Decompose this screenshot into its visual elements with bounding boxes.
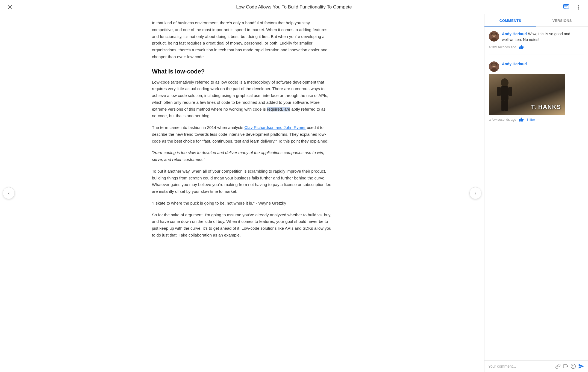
svg-rect-14 <box>491 33 497 36</box>
svg-rect-23 <box>501 86 508 100</box>
paragraph-4: To put it another way, when all of your … <box>152 168 332 195</box>
main-layout: ‹ › In that kind of business environment… <box>0 14 588 372</box>
highlighted-text: required, are <box>267 107 290 111</box>
prev-page-button[interactable]: ‹ <box>3 187 15 199</box>
tab-comments[interactable]: COMMENTS <box>484 14 536 26</box>
comment-meta-2: a few seconds ago 1 like <box>489 117 584 122</box>
more-options-button[interactable] <box>574 3 583 11</box>
svg-point-6 <box>578 7 579 8</box>
svg-rect-26 <box>501 100 505 111</box>
panel-tabs: COMMENTS VERSIONS <box>484 14 588 27</box>
comment-meta-1: a few seconds ago <box>489 45 584 50</box>
section-heading: What is low-code? <box>152 68 332 75</box>
paragraph-5: So for the sake of argument, I'm going t… <box>152 212 332 239</box>
video-icon[interactable] <box>563 364 568 369</box>
comment-header-1: Andy Heriaud Wow, this is so good and we… <box>489 31 584 43</box>
paragraph-2: Low-code (alternatively referred to as l… <box>152 79 332 120</box>
comment-more-1[interactable]: ⋮ <box>577 31 584 37</box>
emoji-icon[interactable] <box>571 364 576 369</box>
document-area[interactable]: ‹ › In that kind of business environment… <box>0 14 484 372</box>
document-title: Low Code Allows You To Build Functionali… <box>27 4 561 10</box>
svg-point-30 <box>571 364 576 369</box>
tab-versions[interactable]: VERSIONS <box>536 14 588 26</box>
comment-body-2: Andy Heriaud <box>502 61 574 66</box>
comment-body-1: Andy Heriaud Wow, this is so good and we… <box>502 31 574 43</box>
svg-point-7 <box>578 8 579 10</box>
svg-point-32 <box>574 366 574 366</box>
comment-time-1: a few seconds ago <box>489 45 516 49</box>
comment-time-2: a few seconds ago <box>489 118 516 122</box>
svg-rect-25 <box>508 87 512 96</box>
comments-list: Andy Heriaud Wow, this is so good and we… <box>484 27 588 360</box>
svg-rect-28 <box>563 365 567 368</box>
svg-point-5 <box>578 5 579 6</box>
comment-item: Andy Heriaud Wow, this is so good and we… <box>489 31 584 55</box>
svg-rect-21 <box>491 63 497 66</box>
svg-rect-27 <box>505 100 508 111</box>
attachment-icon[interactable] <box>555 364 561 369</box>
image-label: T. HANKS <box>531 104 561 111</box>
close-button[interactable] <box>5 3 14 11</box>
send-button[interactable] <box>578 363 584 369</box>
figure-silhouette <box>494 77 516 115</box>
header-right <box>561 3 583 11</box>
comment-input-bar <box>484 360 588 372</box>
header-left <box>5 3 27 11</box>
comment-item-2: Andy Heriaud ⋮ <box>489 61 584 127</box>
like-button-2[interactable] <box>519 117 524 122</box>
comment-image: T. HANKS <box>489 74 565 115</box>
comments-panel-icon[interactable] <box>562 3 571 11</box>
paragraph-3: The term came into fashion in 2014 when … <box>152 124 332 144</box>
svg-point-22 <box>501 78 508 87</box>
document-content: In that kind of business environment, th… <box>141 14 343 260</box>
svg-rect-24 <box>497 87 501 96</box>
paragraph-1: In that kind of business environment, th… <box>152 20 332 60</box>
like-count-2: 1 like <box>527 118 535 122</box>
next-page-button[interactable]: › <box>469 187 481 199</box>
comment-author-2[interactable]: Andy Heriaud <box>502 62 527 66</box>
authors-link[interactable]: Clay Richardson and John Rymer <box>245 125 306 130</box>
avatar-2 <box>489 61 499 72</box>
svg-point-31 <box>572 366 573 366</box>
comment-header-2: Andy Heriaud ⋮ <box>489 61 584 72</box>
right-panel: COMMENTS VERSIONS <box>484 14 588 372</box>
comment-more-2[interactable]: ⋮ <box>577 61 584 67</box>
svg-rect-2 <box>563 5 569 8</box>
comment-author-1[interactable]: Andy Heriaud <box>502 32 527 36</box>
app-header: Low Code Allows You To Build Functionali… <box>0 0 588 14</box>
like-button-1[interactable] <box>519 45 524 50</box>
comment-input[interactable] <box>488 364 553 368</box>
quote-2: "I skate to where the puck is going to b… <box>152 200 332 207</box>
avatar-1 <box>489 31 499 42</box>
quote-1: "Hard-coding is too slow to develop and … <box>152 149 332 163</box>
